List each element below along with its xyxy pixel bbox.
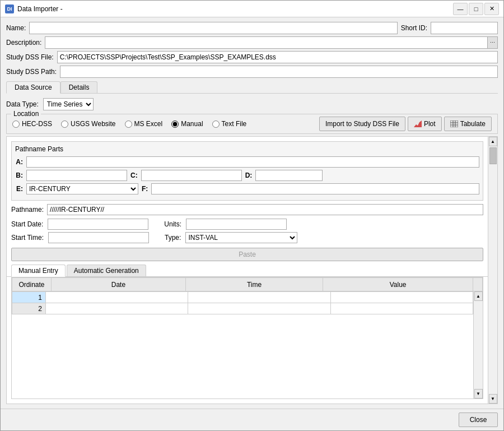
- start-date-units-row: Start Date: Units:: [11, 219, 483, 230]
- window-controls: ― □ ✕: [453, 3, 499, 15]
- col-date: Date: [52, 278, 186, 291]
- window-title: Data Importer -: [17, 5, 453, 13]
- col-ordinate: Ordinate: [12, 278, 52, 291]
- table-scrollbar[interactable]: ▲ ▼: [473, 291, 483, 398]
- pathname-f-input[interactable]: [151, 183, 479, 194]
- main-panel: ▲ ▼ Pathname Parts A: B:: [6, 136, 498, 404]
- scrollbar-up-arrow[interactable]: ▲: [489, 137, 497, 146]
- pathname-e-select[interactable]: IR-CENTURY 1HOUR 1DAY 1MON 1YEAR: [26, 183, 138, 194]
- location-text-file[interactable]: Text File: [212, 120, 247, 128]
- table-row: 1: [12, 292, 473, 303]
- start-time-input[interactable]: [48, 232, 149, 243]
- scrollbar-down-arrow[interactable]: ▼: [489, 394, 497, 404]
- cell-time-2[interactable]: [188, 303, 330, 314]
- data-type-select[interactable]: Time Series Paired Data Grid: [43, 98, 94, 110]
- pathname-a-input[interactable]: [26, 156, 479, 168]
- cell-value-2[interactable]: [330, 303, 473, 314]
- start-time-type-row: Start Time: Type: INST-VAL PER-AVER PER-…: [11, 232, 483, 243]
- content-area: Name: Short ID: Description: ⋯ Study DSS…: [1, 17, 503, 409]
- scrollbar-thumb[interactable]: [489, 147, 497, 164]
- tabulate-table-icon: [450, 121, 458, 127]
- short-id-input[interactable]: [431, 22, 498, 34]
- units-input[interactable]: [186, 219, 287, 230]
- plot-button[interactable]: Plot: [408, 117, 442, 131]
- start-time-label: Start Time:: [11, 234, 44, 242]
- tabulate-button-label: Tabulate: [460, 120, 486, 128]
- col-value: Value: [323, 278, 473, 291]
- data-table-body: 1 2: [12, 291, 473, 314]
- paste-button[interactable]: Paste: [11, 248, 483, 261]
- import-button[interactable]: Import to Study DSS File: [319, 117, 405, 131]
- location-excel[interactable]: MS Excel: [125, 120, 163, 128]
- description-row: Description: ⋯: [6, 36, 498, 49]
- start-date-input[interactable]: [48, 219, 148, 230]
- start-date-label: Start Date:: [11, 220, 43, 228]
- location-radio-group: HEC-DSS USGS Website MS Excel Manual: [12, 120, 319, 128]
- type-label: Type:: [165, 234, 181, 242]
- units-label: Units:: [164, 220, 181, 228]
- cell-ordinate-2[interactable]: 2: [12, 303, 46, 314]
- study-dss-file-input[interactable]: [57, 51, 498, 63]
- cell-value-1[interactable]: [330, 292, 473, 303]
- pathname-e-label: E:: [15, 185, 23, 193]
- name-input[interactable]: [29, 22, 397, 34]
- cell-time-1[interactable]: [188, 292, 330, 303]
- bottom-bar: Close: [1, 409, 503, 430]
- plot-button-label: Plot: [424, 120, 436, 128]
- study-dss-path-label: Study DSS Path:: [6, 68, 57, 76]
- pathname-b-input[interactable]: [26, 170, 127, 181]
- study-dss-path-input[interactable]: [60, 66, 498, 78]
- short-id-label: Short ID:: [401, 24, 427, 32]
- radio-excel[interactable]: [125, 121, 132, 128]
- study-dss-path-row: Study DSS Path:: [6, 66, 498, 78]
- tab-auto-generation[interactable]: Automatic Generation: [67, 265, 146, 276]
- pathname-a-row: A:: [15, 156, 479, 168]
- pathname-d-label: D:: [245, 172, 253, 179]
- data-type-row: Data Type: Time Series Paired Data Grid: [6, 98, 498, 110]
- maximize-button[interactable]: □: [469, 3, 483, 15]
- tab-manual-entry[interactable]: Manual Entry: [11, 265, 66, 277]
- radio-excel-label: MS Excel: [134, 120, 163, 128]
- table-scroll-down[interactable]: ▼: [474, 389, 483, 398]
- cell-date-2[interactable]: [46, 303, 188, 314]
- close-button[interactable]: ✕: [484, 3, 499, 15]
- col-time: Time: [185, 278, 323, 291]
- description-browse-button[interactable]: ⋯: [487, 37, 497, 48]
- tab-details[interactable]: Details: [60, 81, 98, 93]
- svg-marker-0: [414, 121, 422, 127]
- window-icon: DI: [5, 4, 14, 13]
- study-dss-file-row: Study DSS File:: [6, 51, 498, 63]
- pathname-full-label: Pathname:: [11, 206, 44, 214]
- title-bar: DI Data Importer - ― □ ✕: [1, 1, 503, 17]
- tabulate-button[interactable]: Tabulate: [444, 117, 492, 131]
- description-input[interactable]: [45, 37, 487, 48]
- table-body-scroll[interactable]: 1 2: [12, 291, 473, 398]
- action-buttons: Import to Study DSS File Plot: [319, 117, 492, 131]
- data-type-label: Data Type:: [6, 100, 39, 108]
- pathname-c-input[interactable]: [141, 170, 242, 181]
- radio-manual[interactable]: [171, 121, 179, 128]
- location-manual[interactable]: Manual: [171, 120, 203, 128]
- radio-text-file-label: Text File: [222, 120, 247, 128]
- close-bottom-button[interactable]: Close: [459, 413, 498, 427]
- table-scroll-up[interactable]: ▲: [474, 291, 483, 301]
- radio-usgs-label: USGS Website: [71, 120, 115, 128]
- main-panel-scrollbar[interactable]: ▲ ▼: [488, 137, 497, 404]
- pathname-full-row: Pathname:: [7, 204, 488, 215]
- description-label: Description:: [6, 39, 41, 47]
- type-select[interactable]: INST-VAL PER-AVER PER-CUM INST-CUM: [185, 232, 297, 243]
- pathname-d-input[interactable]: [255, 170, 323, 181]
- location-hec-dss[interactable]: HEC-DSS: [12, 120, 52, 128]
- study-dss-file-label: Study DSS File:: [6, 53, 54, 61]
- cell-ordinate-1[interactable]: 1: [12, 292, 46, 303]
- tab-data-source[interactable]: Data Source: [6, 81, 60, 94]
- pathname-ef-row: E: IR-CENTURY 1HOUR 1DAY 1MON 1YEAR F:: [15, 183, 479, 194]
- radio-text-file[interactable]: [212, 121, 220, 128]
- location-usgs[interactable]: USGS Website: [61, 120, 115, 128]
- main-window: DI Data Importer - ― □ ✕ Name: Short ID:…: [0, 0, 504, 431]
- cell-date-1[interactable]: [46, 292, 188, 303]
- radio-usgs[interactable]: [61, 121, 68, 128]
- minimize-button[interactable]: ―: [453, 3, 468, 15]
- pathname-full-input[interactable]: [47, 204, 483, 215]
- radio-hec-dss[interactable]: [12, 121, 20, 128]
